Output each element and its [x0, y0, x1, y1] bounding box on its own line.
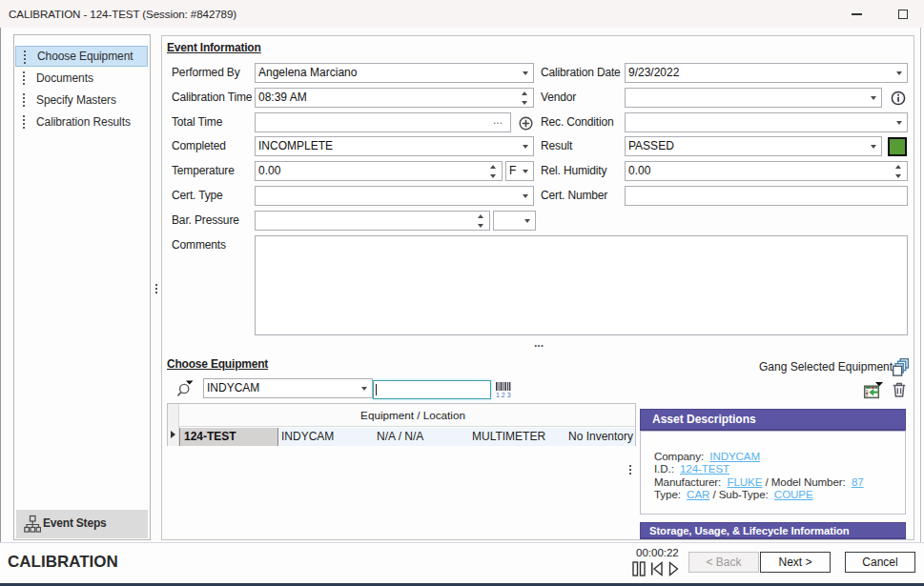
svg-text:1 2 3: 1 2 3 — [496, 392, 511, 398]
